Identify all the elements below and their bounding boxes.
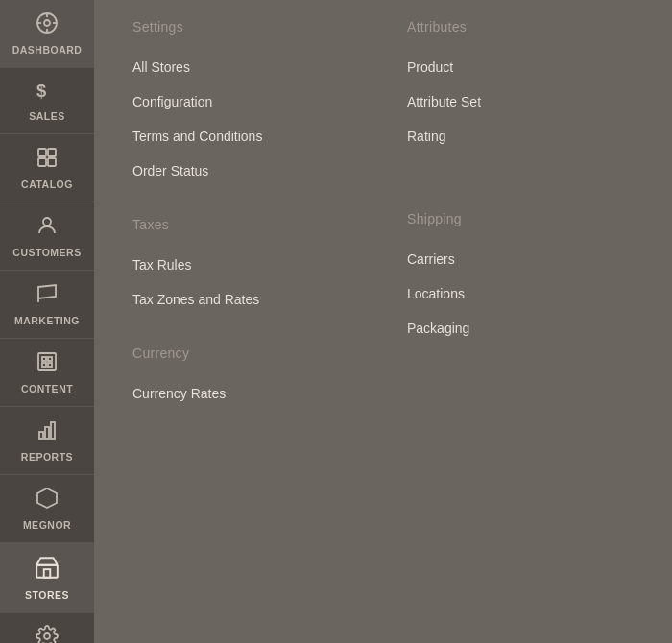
shipping-section-title: Shipping [407, 211, 643, 226]
sidebar-item-customers-label: CUSTOMERS [12, 247, 81, 258]
currency-section: Currency Currency Rates [132, 345, 369, 411]
locations-link[interactable]: Locations [407, 276, 643, 311]
sidebar-item-dashboard-label: DASHBOARD [12, 44, 83, 56]
svg-rect-24 [44, 569, 51, 578]
right-column: Attributes Product Attribute Set Rating … [388, 19, 643, 440]
svg-rect-10 [48, 158, 56, 166]
columns-wrapper: Settings All Stores Configuration Terms … [132, 19, 643, 440]
settings-section-title: Settings [132, 19, 369, 35]
svg-rect-7 [38, 149, 46, 156]
packaging-link[interactable]: Packaging [407, 311, 643, 345]
sidebar-item-system[interactable] [0, 613, 94, 643]
svg-point-11 [43, 218, 51, 226]
sidebar-item-marketing[interactable]: MARKETING [0, 271, 94, 339]
left-column: Settings All Stores Configuration Terms … [132, 19, 388, 440]
currency-section-title: Currency [132, 345, 369, 361]
attributes-section: Attributes Product Attribute Set Rating [407, 19, 643, 154]
sidebar-item-content[interactable]: CONTENT [0, 339, 94, 407]
svg-rect-23 [36, 565, 58, 578]
marketing-icon [36, 282, 59, 311]
stores-icon [35, 555, 60, 585]
sidebar-item-sales-label: SALES [29, 110, 65, 122]
rating-link[interactable]: Rating [407, 119, 643, 154]
sidebar-item-megnor[interactable]: MEGNOR [0, 475, 94, 543]
sidebar-item-dashboard[interactable]: DASHBOARD [0, 0, 94, 68]
svg-point-1 [44, 20, 50, 26]
customers-icon [36, 214, 59, 243]
sidebar-item-customers[interactable]: CUSTOMERS [0, 202, 94, 271]
taxes-section: Taxes Tax Rules Tax Zones and Rates [132, 217, 369, 317]
sidebar-item-reports[interactable]: REPORTS [0, 407, 94, 475]
gear-icon [36, 625, 59, 643]
svg-marker-12 [38, 285, 56, 298]
shipping-section: Shipping Carriers Locations Packaging [407, 211, 643, 345]
product-link[interactable]: Product [407, 50, 643, 84]
svg-rect-16 [48, 357, 52, 361]
order-status-link[interactable]: Order Status [132, 154, 369, 188]
svg-text:$: $ [36, 81, 47, 101]
currency-rates-link[interactable]: Currency Rates [132, 376, 369, 411]
sidebar-item-catalog-label: CATALOG [21, 179, 73, 190]
sidebar-item-marketing-label: MARKETING [14, 315, 80, 326]
catalog-icon [36, 146, 59, 175]
svg-marker-22 [37, 488, 57, 508]
sidebar-item-stores-label: STORES [25, 589, 69, 601]
configuration-link[interactable]: Configuration [132, 84, 369, 119]
sidebar-item-stores[interactable]: STORES [0, 543, 94, 613]
svg-rect-19 [39, 432, 43, 439]
svg-rect-17 [42, 363, 46, 367]
svg-rect-9 [38, 158, 46, 166]
svg-rect-20 [45, 427, 49, 439]
sidebar-item-megnor-label: MEGNOR [23, 519, 71, 531]
svg-rect-14 [38, 353, 56, 370]
main-content: Settings All Stores Configuration Terms … [94, 0, 672, 643]
svg-rect-21 [51, 422, 55, 439]
svg-point-26 [44, 633, 50, 639]
sidebar-item-reports-label: REPORTS [21, 451, 73, 463]
content-icon [36, 350, 59, 379]
sidebar-item-catalog[interactable]: CATALOG [0, 134, 94, 202]
attribute-set-link[interactable]: Attribute Set [407, 84, 643, 119]
carriers-link[interactable]: Carriers [407, 242, 643, 276]
terms-conditions-link[interactable]: Terms and Conditions [132, 119, 369, 154]
sidebar: DASHBOARD $ SALES CATALOG CUSTOME [0, 0, 94, 643]
tax-rules-link[interactable]: Tax Rules [132, 248, 369, 282]
attributes-section-title: Attributes [407, 19, 643, 35]
sidebar-item-content-label: CONTENT [21, 383, 73, 394]
taxes-section-title: Taxes [132, 217, 369, 232]
sales-icon: $ [36, 80, 58, 107]
dashboard-icon [36, 12, 59, 40]
tax-zones-link[interactable]: Tax Zones and Rates [132, 282, 369, 317]
reports-icon [36, 418, 59, 447]
svg-rect-15 [42, 357, 46, 361]
sidebar-item-sales[interactable]: $ SALES [0, 68, 94, 134]
svg-rect-18 [48, 363, 52, 367]
megnor-icon [36, 487, 59, 515]
svg-rect-8 [48, 149, 56, 156]
settings-section: Settings All Stores Configuration Terms … [132, 19, 369, 188]
all-stores-link[interactable]: All Stores [132, 50, 369, 84]
